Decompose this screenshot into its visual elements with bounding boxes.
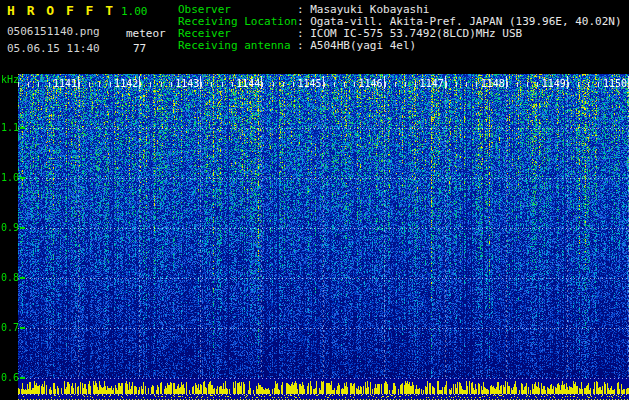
spectrogram-canvas: [18, 74, 629, 400]
receiver-info: Observer: Masayuki KobayashiReceiving Lo…: [178, 4, 622, 52]
output-filename: 0506151140.png: [7, 25, 100, 38]
app-version: 1.00: [121, 5, 148, 18]
mode-label: meteor: [126, 27, 166, 40]
meteor-count: 77: [133, 42, 146, 55]
spectrogram-plot: [18, 74, 629, 400]
info-row-3: Receiving antenna: A504HB(yagi 4el): [178, 40, 622, 52]
info-label: Receiving antenna: [178, 40, 297, 52]
info-value: A504HB(yagi 4el): [310, 39, 416, 52]
datetime-label: 05.06.15 11:40: [7, 42, 100, 55]
freq-axis-unit: kHz: [1, 75, 19, 85]
app-title: H R O F F T: [7, 3, 115, 18]
hrofft-window: H R O F F T 1.00 0506151140.png meteor 0…: [0, 0, 629, 400]
info-colon: :: [297, 39, 310, 52]
